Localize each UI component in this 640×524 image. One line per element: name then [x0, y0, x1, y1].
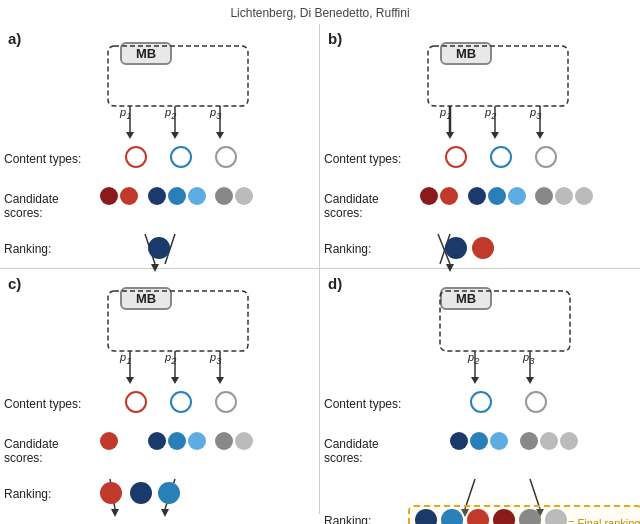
candidate-scores-label-c: Candidatescores: — [4, 437, 59, 465]
score-lightgray1-b — [555, 187, 573, 205]
svg-marker-6 — [216, 132, 224, 139]
ranking-gray-d — [519, 509, 541, 524]
panel-b-label: b) — [328, 30, 342, 47]
svg-marker-16 — [536, 132, 544, 139]
svg-marker-22 — [126, 377, 134, 384]
ranking-blue-d — [441, 509, 463, 524]
score-lightgray2-d — [560, 432, 578, 450]
content-type-gray-c — [215, 391, 237, 413]
header: Lichtenberg, Di Benedetto, Ruffini — [0, 0, 640, 24]
mb-box-d: MB — [440, 287, 492, 310]
content-type-red-a — [125, 146, 147, 168]
svg-marker-35 — [526, 377, 534, 384]
score-blue1-c — [168, 432, 186, 450]
content-type-red-c — [125, 391, 147, 413]
final-ranking-label: = Final ranking — [568, 517, 640, 524]
content-type-gray-a — [215, 146, 237, 168]
p1-label-a: p1 — [120, 106, 131, 121]
score-gray1-c — [215, 432, 233, 450]
p3-label-c: p3 — [210, 351, 221, 366]
score-darkred1-b — [420, 187, 438, 205]
score-darkblue1-d — [450, 432, 468, 450]
diagram-grid: a) MB p1 p2 p3 Content types: — [0, 24, 640, 514]
score-lightblue1-b — [508, 187, 526, 205]
content-type-red-b — [445, 146, 467, 168]
panel-d-label: d) — [328, 275, 342, 292]
score-lightgray1-c — [235, 432, 253, 450]
candidate-scores-label-a: Candidatescores: — [4, 192, 59, 220]
p3-label-a: p3 — [210, 106, 221, 121]
candidate-scores-label-d: Candidatescores: — [324, 437, 379, 465]
ranking-label-a: Ranking: — [4, 242, 51, 256]
svg-marker-4 — [171, 132, 179, 139]
p3-label-d: p3 — [523, 351, 534, 366]
panel-c: c) MB p1 p2 p3 Content types: Candidates… — [0, 269, 320, 514]
svg-marker-24 — [171, 377, 179, 384]
content-types-label-a: Content types: — [4, 152, 81, 166]
svg-marker-28 — [111, 509, 119, 517]
svg-marker-26 — [216, 377, 224, 384]
score-lightgray1-d — [540, 432, 558, 450]
ranking-label-d2: Ranking: — [324, 514, 371, 524]
svg-marker-12 — [446, 132, 454, 139]
ranking-darkred-d — [493, 509, 515, 524]
score-red1-b — [440, 187, 458, 205]
svg-marker-2 — [126, 132, 134, 139]
score-lightblue1-a — [188, 187, 206, 205]
ranking-blue-c — [158, 482, 180, 504]
p2-label-c: p2 — [165, 351, 176, 366]
content-type-gray-d — [525, 391, 547, 413]
score-darkred1-a — [100, 187, 118, 205]
content-type-blue-d — [470, 391, 492, 413]
p2-label-a: p2 — [165, 106, 176, 121]
score-blue1-b — [488, 187, 506, 205]
content-type-blue-a — [170, 146, 192, 168]
ranking-darkblue-d — [415, 509, 437, 524]
content-type-blue-b — [490, 146, 512, 168]
ranking-red-c — [100, 482, 122, 504]
p3-label-b: p3 — [530, 106, 541, 121]
panel-a: a) MB p1 p2 p3 Content types: — [0, 24, 320, 269]
panel-b: b) MB p1 p2 p3 Content types: Candidates… — [320, 24, 640, 269]
ranking-label-b: Ranking: — [324, 242, 371, 256]
panel-a-label: a) — [8, 30, 21, 47]
svg-marker-33 — [471, 377, 479, 384]
content-type-blue-c — [170, 391, 192, 413]
score-gray1-d — [520, 432, 538, 450]
ranking-darkblue-c — [130, 482, 152, 504]
score-gray1-a — [215, 187, 233, 205]
ranking-lightgray-d — [545, 509, 567, 524]
mb-box-a: MB — [120, 42, 172, 65]
score-darkblue1-b — [468, 187, 486, 205]
p1-label-b: p1 — [440, 106, 451, 121]
ranking-red-d — [467, 509, 489, 524]
p2-label-b: p2 — [485, 106, 496, 121]
svg-marker-30 — [161, 509, 169, 517]
ranking-label-c: Ranking: — [4, 487, 51, 501]
p2-label-d: p2 — [468, 351, 479, 366]
mb-box-b: MB — [440, 42, 492, 65]
score-red1-a — [120, 187, 138, 205]
ranking-blue-a — [148, 237, 170, 259]
score-lightblue1-c — [188, 432, 206, 450]
content-types-label-d: Content types: — [324, 397, 401, 411]
score-darkblue1-a — [148, 187, 166, 205]
panel-c-label: c) — [8, 275, 21, 292]
score-lightgray2-b — [575, 187, 593, 205]
score-blue1-d — [470, 432, 488, 450]
score-blue1-a — [168, 187, 186, 205]
score-gray1-b — [535, 187, 553, 205]
mb-box-c: MB — [120, 287, 172, 310]
content-types-label-c: Content types: — [4, 397, 81, 411]
svg-marker-14 — [491, 132, 499, 139]
candidate-scores-label-b: Candidatescores: — [324, 192, 379, 220]
ranking-blue-b — [445, 237, 467, 259]
score-lightgray1-a — [235, 187, 253, 205]
p1-label-c: p1 — [120, 351, 131, 366]
score-darkblue1-c — [148, 432, 166, 450]
content-types-label-b: Content types: — [324, 152, 401, 166]
panel-d: d) MB p2 p3 Content types: Candidatescor… — [320, 269, 640, 514]
score-red1-c — [100, 432, 118, 450]
ranking-red-b — [472, 237, 494, 259]
content-type-gray-b — [535, 146, 557, 168]
